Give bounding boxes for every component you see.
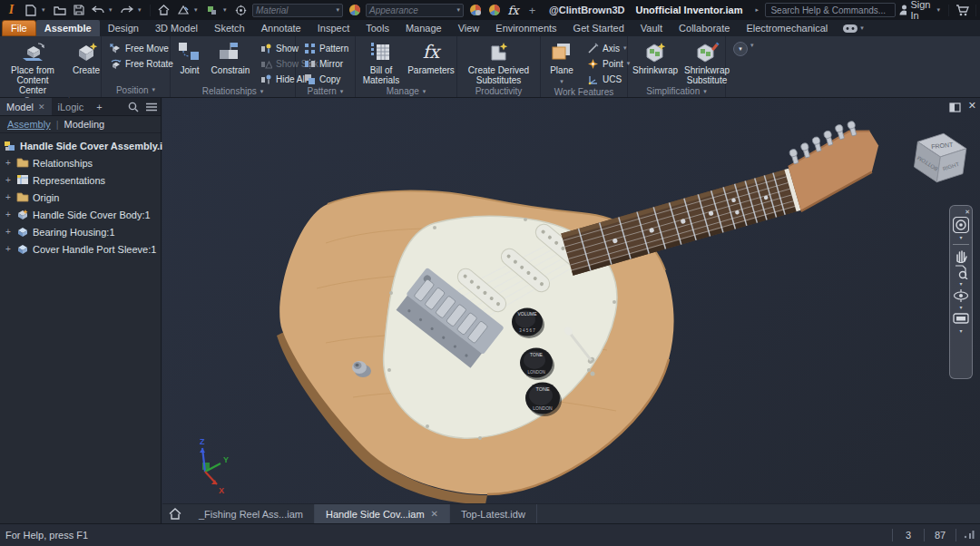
panel-title-manage[interactable]: Manage▾ (356, 86, 456, 97)
browser-tab-model[interactable]: Model ✕ (0, 98, 52, 115)
tab-inspect[interactable]: Inspect (309, 20, 358, 36)
parameters-fx-icon[interactable]: fx (505, 3, 521, 18)
tree-item-representations[interactable]: + Representations (4, 171, 161, 189)
navbar-close-icon[interactable]: ✕ (965, 209, 970, 215)
open-icon[interactable] (52, 3, 67, 18)
component-tool-caret[interactable]: ▾ (223, 6, 230, 14)
mirror-button[interactable]: Mirror (300, 56, 351, 71)
tab-3d-model[interactable]: 3D Model (147, 20, 206, 36)
new-file-icon[interactable] (23, 3, 38, 18)
tab-get-started[interactable]: Get Started (565, 20, 632, 36)
panel-title-position[interactable]: Position▾ (102, 83, 170, 97)
doc-tab-top-latest[interactable]: Top-Latest.idw (450, 504, 537, 523)
ribbon-collapse-button[interactable]: ▾ ▾ (726, 36, 757, 97)
bill-of-materials-button[interactable]: Bill of Materials (360, 39, 402, 86)
plane-button[interactable]: Plane ▾ (545, 39, 578, 87)
sketch-caret[interactable]: ▾ (194, 6, 201, 14)
zoom-icon[interactable] (952, 265, 970, 279)
expander-icon[interactable]: + (4, 158, 13, 168)
point-button[interactable]: Point ▾ (583, 56, 632, 71)
tree-item-origin[interactable]: + Origin (4, 189, 161, 206)
panel-title-productivity[interactable]: Productivity (457, 86, 540, 97)
doc-tab-close-icon[interactable]: ✕ (431, 509, 438, 519)
expander-icon[interactable]: + (4, 227, 13, 237)
redo-caret[interactable]: ▾ (138, 6, 144, 14)
navigation-wheel-icon[interactable] (952, 217, 970, 233)
place-from-content-center-button[interactable]: Place from Content Center (5, 39, 61, 96)
expander-icon[interactable]: + (4, 192, 13, 202)
tree-item-relationships[interactable]: + Relationships (4, 154, 161, 171)
add-quick-tool-icon[interactable]: + (524, 3, 540, 18)
orbit-icon[interactable] (952, 288, 970, 303)
navbar-expand-caret[interactable]: ▾ (959, 328, 962, 334)
tab-file[interactable]: File (2, 20, 36, 36)
app-store-cart-icon[interactable] (955, 3, 970, 18)
navbar-caret[interactable]: ▾ (959, 235, 962, 240)
tab-assemble[interactable]: Assemble (36, 20, 100, 36)
help-search-input[interactable] (765, 3, 896, 17)
joint-button[interactable]: Joint (175, 39, 204, 76)
axis-button[interactable]: Axis ▾ (583, 41, 632, 55)
sign-in-caret[interactable]: ▾ (936, 6, 943, 14)
adjust-wheel-icon[interactable] (486, 3, 502, 18)
tab-manage[interactable]: Manage (397, 20, 450, 36)
create-component-button[interactable]: Create (66, 39, 106, 76)
viewport-close-icon[interactable]: ✕ (968, 100, 976, 116)
tab-sketch[interactable]: Sketch (206, 20, 253, 36)
doc-tab-fishing-reel[interactable]: _Fishing Reel Ass...iam (188, 504, 315, 523)
panel-title-simplification[interactable]: Simplification▾ (628, 86, 725, 97)
pattern-button[interactable]: Pattern (300, 41, 351, 55)
tab-electromechanical[interactable]: Electromechanical (738, 20, 836, 36)
mode-assembly-link[interactable]: Assembly (7, 119, 51, 130)
browser-tab-ilogic[interactable]: iLogic (52, 98, 91, 115)
tab-vault[interactable]: Vault (632, 20, 671, 36)
free-rotate-button[interactable]: Free Rotate (106, 56, 176, 71)
tree-item-handle-side-cover-body[interactable]: + Handle Side Cover Body:1 (4, 206, 161, 223)
browser-add-tab-button[interactable]: + (90, 98, 108, 115)
expander-icon[interactable]: + (4, 175, 13, 185)
sign-in-button[interactable]: Sign In ▾ (899, 0, 943, 21)
ribbon-appearance-toggle[interactable]: ▾ (843, 20, 867, 36)
browser-search-icon[interactable] (124, 98, 142, 115)
new-file-caret[interactable]: ▾ (42, 6, 48, 14)
material-wheel-icon[interactable] (347, 3, 362, 18)
tab-collaborate[interactable]: Collaborate (671, 20, 738, 36)
tab-environments[interactable]: Environments (487, 20, 564, 36)
tree-item-bearing-housing[interactable]: + Bearing Housing:1 (4, 223, 161, 240)
create-derived-substitutes-button[interactable]: Create Derived Substitutes (462, 39, 535, 86)
home-tab-icon[interactable] (162, 504, 188, 523)
pan-hand-icon[interactable] (952, 249, 970, 263)
shrinkwrap-substitute-button[interactable]: Shrinkwrap Substitute (683, 39, 730, 86)
undo-caret[interactable]: ▾ (109, 6, 115, 14)
graphics-viewport[interactable]: VOLUME3 4 5 6 7 TONELONDON TONELONDON (162, 98, 980, 503)
copy-button[interactable]: Copy (300, 72, 351, 86)
panel-title-pattern[interactable]: Pattern▾ (296, 86, 355, 97)
redo-icon[interactable] (119, 3, 134, 18)
tab-tools[interactable]: Tools (358, 20, 397, 36)
look-at-icon[interactable] (952, 312, 970, 325)
view-cube[interactable]: FRONT BOTTOM RIGHT (913, 130, 968, 185)
panel-title-relationships[interactable]: Relationships▾ (171, 86, 295, 97)
browser-menu-icon[interactable] (142, 98, 161, 115)
tab-design[interactable]: Design (100, 20, 147, 36)
tree-root-assembly[interactable]: Handle Side Cover Assembly.iam (4, 137, 161, 154)
free-move-button[interactable]: Free Move (106, 41, 176, 55)
constrain-button[interactable]: Constrain (210, 39, 251, 76)
appearance-select[interactable]: Appearance ▾ (366, 4, 464, 17)
update-icon[interactable] (233, 3, 249, 18)
panel-title-work-features[interactable]: Work Features (541, 87, 627, 98)
navbar-caret[interactable]: ▾ (959, 305, 962, 310)
viewport-restore-icon[interactable] (949, 100, 961, 116)
mode-modeling-link[interactable]: Modeling (64, 119, 105, 130)
navbar-caret[interactable]: ▾ (959, 281, 962, 287)
sketch-icon[interactable] (175, 3, 191, 18)
ribbon-collapse-caret[interactable]: ▾ (750, 42, 757, 49)
model-tab-close-icon[interactable]: ✕ (38, 102, 45, 112)
save-icon[interactable] (71, 3, 86, 18)
material-select[interactable]: Material ▾ (252, 4, 343, 17)
appearance-wheel-icon[interactable] (467, 3, 483, 18)
home-icon[interactable] (156, 3, 172, 18)
expander-icon[interactable]: + (4, 244, 13, 254)
tree-item-cover-handle-port-sleeve[interactable]: + Cover Handle Port Sleeve:1 (4, 240, 161, 258)
expander-icon[interactable]: + (4, 210, 13, 219)
